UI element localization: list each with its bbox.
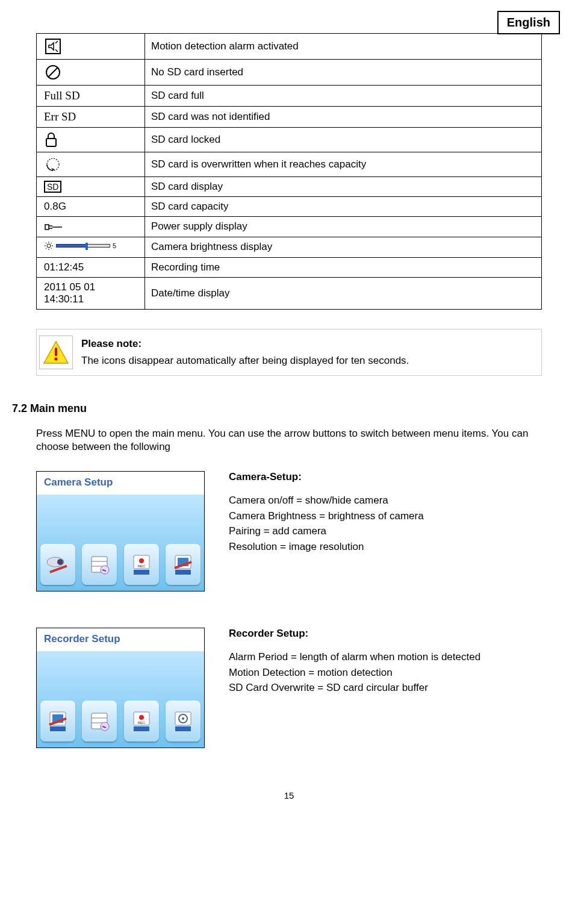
table-row: Err SD SD card was not identified (37, 107, 542, 128)
table-row: Power supply display (37, 217, 542, 237)
svg-text:REC: REC (137, 564, 145, 568)
record-menu-icon: REC (124, 701, 159, 741)
svg-point-54 (182, 717, 184, 720)
recorder-setup-screenshot: Recorder Setup (36, 628, 205, 748)
table-cell: SD card was not identified (145, 107, 542, 128)
table-cell: SD card capacity (145, 197, 542, 217)
section-heading: 7.2 Main menu (12, 402, 542, 415)
table-cell: Motion detection alarm activated (145, 34, 542, 60)
svg-point-24 (55, 357, 58, 360)
schedule-menu-icon (82, 544, 117, 585)
datetime-text: 2011 05 01 14:30:11 (37, 277, 145, 309)
cycle-icon (37, 152, 145, 177)
camera-setup-line: Camera Brightness = brightness of camera (229, 510, 424, 522)
camera-setup-line: Resolution = image resolution (229, 541, 364, 552)
settings-menu-icon (166, 701, 200, 741)
table-row: SD SD card display (37, 177, 542, 197)
table-cell: Camera brightness display (145, 237, 542, 257)
svg-marker-1 (49, 43, 54, 50)
camera-setup-screenshot: Camera Setup (36, 471, 205, 592)
svg-line-5 (48, 67, 58, 77)
capacity-text: 0.8G (37, 197, 145, 217)
note-text: The icons disappear automatically after … (81, 355, 409, 366)
table-cell: No SD card inserted (145, 60, 542, 86)
tools-menu-icon (166, 544, 200, 585)
note-box: Please note: The icons disappear automat… (36, 329, 542, 376)
table-cell: Date/time display (145, 277, 542, 309)
screenshot-title: Camera Setup (37, 472, 204, 495)
no-circle-icon (37, 60, 145, 86)
camera-setup-row: Camera Setup (36, 471, 542, 592)
svg-point-31 (101, 566, 109, 574)
svg-point-26 (57, 559, 63, 565)
note-title: Please note: (81, 338, 141, 349)
table-row: 0.8G SD card capacity (37, 197, 542, 217)
err-sd-text: Err SD (37, 107, 145, 128)
table-cell: SD card display (145, 177, 542, 197)
svg-line-18 (46, 243, 47, 244)
svg-rect-42 (50, 726, 66, 731)
table-row: 5 Camera brightness display (37, 237, 542, 257)
table-row: Full SD SD card full (37, 86, 542, 107)
svg-rect-55 (175, 726, 191, 731)
svg-point-33 (139, 558, 144, 563)
svg-point-49 (139, 715, 144, 720)
svg-rect-6 (46, 139, 56, 146)
recorder-setup-row: Recorder Setup (36, 628, 542, 748)
plug-icon (37, 217, 145, 237)
svg-line-19 (51, 248, 52, 249)
record-menu-icon: REC (124, 544, 159, 585)
screenshot-title: Recorder Setup (37, 628, 204, 651)
svg-rect-38 (175, 570, 191, 575)
table-row: 01:12:45 Recording time (37, 257, 542, 277)
page-number: 15 (36, 790, 542, 801)
speaker-icon (37, 34, 145, 60)
full-sd-text: Full SD (37, 86, 145, 107)
recorder-setup-line: Alarm Period = length of alarm when moti… (229, 651, 480, 663)
table-row: 2011 05 01 14:30:11 Date/time display (37, 277, 542, 309)
svg-rect-9 (45, 225, 49, 229)
svg-line-3 (55, 49, 58, 52)
svg-rect-23 (55, 348, 57, 356)
table-row: SD card is overwritten when it reaches c… (37, 152, 542, 177)
language-badge: English (497, 11, 560, 34)
camera-setup-line: Pairing = add camera (229, 525, 326, 537)
svg-point-47 (101, 722, 109, 731)
table-cell: Recording time (145, 257, 542, 277)
warning-icon (39, 336, 73, 369)
camera-menu-icon (40, 544, 75, 585)
camera-setup-line: Camera on/off = show/hide camera (229, 495, 388, 506)
svg-text:REC: REC (137, 721, 145, 725)
table-cell: Power supply display (145, 217, 542, 237)
table-cell: SD card full (145, 86, 542, 107)
svg-line-2 (55, 41, 58, 43)
table-cell: SD card locked (145, 128, 542, 152)
schedule-menu-icon (82, 701, 117, 741)
svg-rect-51 (134, 726, 149, 731)
svg-rect-35 (134, 570, 149, 575)
brightness-slider-icon: 5 (37, 237, 145, 257)
table-cell: SD card is overwritten when it reaches c… (145, 152, 542, 177)
section-intro: Press MENU to open the main menu. You ca… (36, 427, 542, 455)
table-row: Motion detection alarm activated (37, 34, 542, 60)
recorder-setup-title: Recorder Setup: (229, 628, 308, 639)
camera-setup-title: Camera-Setup: (229, 471, 302, 482)
svg-line-20 (46, 248, 47, 249)
table-row: SD card locked (37, 128, 542, 152)
recording-time-text: 01:12:45 (37, 257, 145, 277)
recorder-setup-line: Motion Detection = motion detection (229, 667, 393, 678)
table-row: No SD card inserted (37, 60, 542, 86)
icon-legend-table: Motion detection alarm activated No SD c… (36, 33, 542, 310)
lock-icon (37, 128, 145, 152)
svg-line-21 (51, 243, 52, 244)
tools-menu-icon (40, 701, 75, 741)
sd-box-icon: SD (37, 177, 145, 197)
svg-point-13 (47, 244, 51, 248)
recorder-setup-line: SD Card Overwrite = SD card circular buf… (229, 682, 428, 693)
